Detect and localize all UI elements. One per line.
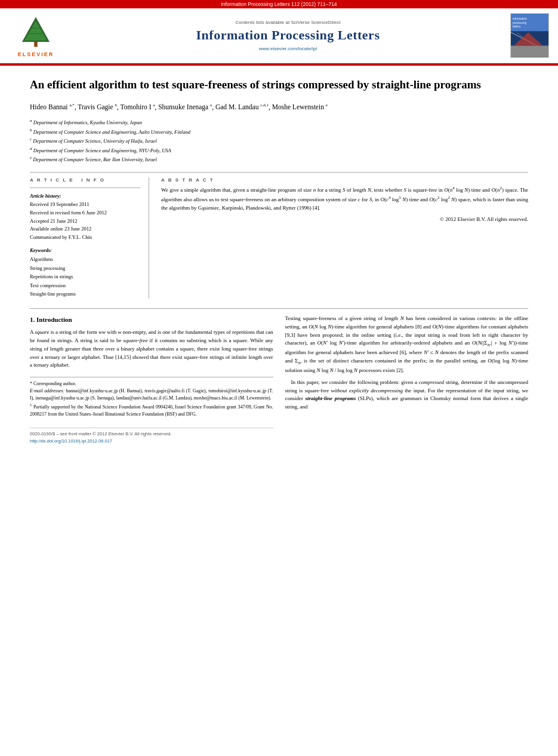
svg-text:information: information <box>513 17 527 20</box>
affiliation-e: e Department of Computer Science, Bar Il… <box>30 155 528 164</box>
journal-url: www.elsevier.com/locate/ipl <box>72 46 504 51</box>
corresponding-author-note: * Corresponding author. <box>30 380 273 388</box>
journal-cover: information processing letters <box>510 13 552 58</box>
abstract-copyright: © 2012 Elsevier B.V. All rights reserved… <box>161 216 528 222</box>
affiliation-b: b Department of Computer Science and Eng… <box>30 127 528 136</box>
info-divider <box>30 188 140 188</box>
svg-rect-12 <box>511 45 548 57</box>
article-info-label: A R T I C L E I N F O <box>30 177 140 183</box>
doi-link[interactable]: http://dx.doi.org/10.1016/j.ipl.2012.06.… <box>30 438 273 445</box>
article-history-content: Received 19 September 2011 Received in r… <box>30 201 140 241</box>
affiliation-d: d Department of Computer Science and Eng… <box>30 146 528 155</box>
bottom-bar: 0020-0190/$ – see front matter © 2012 El… <box>30 428 273 438</box>
divider <box>30 172 528 173</box>
keyword-3: Repetitions in strings <box>30 272 140 281</box>
svg-text:letters: letters <box>513 25 521 28</box>
intro-para-1: A square is a string of the form ww with… <box>30 328 273 370</box>
keywords-label: Keywords: <box>30 247 140 253</box>
keyword-5: Straight-line programs <box>30 290 140 298</box>
svg-marker-2 <box>25 21 47 40</box>
affiliation-a: a Department of Informatics, Kyushu Univ… <box>30 118 528 127</box>
footnote-1: 1 Partially supported by the National Sc… <box>30 402 273 418</box>
body-section: 1. Introduction A square is a string of … <box>30 315 528 445</box>
elsevier-wordmark: ELSEVIER <box>18 51 54 57</box>
paper-title: An efficient algorithm to test square-fr… <box>30 78 528 93</box>
revised-date: Received in revised form 6 June 2012 <box>30 209 140 217</box>
issn-text: 0020-0190/$ – see front matter © 2012 El… <box>30 431 171 438</box>
journal-main-title: Information Processing Letters <box>72 27 504 43</box>
top-bar: Information Processing Letters 112 (2012… <box>0 0 558 8</box>
article-history-label: Article history: <box>30 193 140 199</box>
keywords-list: Algorithms String processing Repetitions… <box>30 255 140 298</box>
keyword-4: Text compression <box>30 281 140 290</box>
journal-title-block: Contents lists available at SciVerse Sci… <box>66 20 510 51</box>
keyword-2: String processing <box>30 264 140 272</box>
email-addresses: E-mail addresses: bannai@inf.kyushu-u.ac… <box>30 388 273 402</box>
abstract-text: We give a simple algorithm that, given a… <box>161 185 528 213</box>
available-date: Available online 23 June 2012 <box>30 225 140 233</box>
abstract-col: A B S T R A C T We give a simple algorit… <box>161 177 528 298</box>
abstract-label: A B S T R A C T <box>161 177 528 183</box>
journal-citation: Information Processing Letters 112 (2012… <box>221 1 337 7</box>
article-info-col: A R T I C L E I N F O Article history: R… <box>30 177 149 298</box>
section1-heading: 1. Introduction <box>30 315 273 325</box>
elsevier-tree-icon <box>18 14 54 50</box>
svg-text:processing: processing <box>513 21 527 24</box>
body-col-right: Testing square-freeness of a given strin… <box>285 315 529 445</box>
communicated-by: Communicated by F.Y.L. Chin <box>30 233 140 242</box>
received-date: Received 19 September 2011 <box>30 201 140 209</box>
body-divider <box>30 308 528 309</box>
affiliations: a Department of Informatics, Kyushu Univ… <box>30 118 528 164</box>
sciverse-link: Contents lists available at SciVerse Sci… <box>72 20 504 25</box>
authors-line: Hideo Bannai a,*, Travis Gagie b, Tomohi… <box>30 101 528 113</box>
keyword-1: Algorithms <box>30 255 140 263</box>
right-para-1: Testing square-freeness of a given strin… <box>285 315 529 375</box>
elsevier-logo: ELSEVIER <box>6 14 66 57</box>
cover-decoration-icon: information processing letters <box>511 14 548 57</box>
right-para-2: In this paper, we consider the following… <box>285 379 529 412</box>
footnote-area: * Corresponding author. E-mail addresses… <box>30 377 273 418</box>
accepted-date: Accepted 21 June 2012 <box>30 217 140 226</box>
body-col-left: 1. Introduction A square is a string of … <box>30 315 273 445</box>
article-meta-section: A R T I C L E I N F O Article history: R… <box>30 177 528 298</box>
journal-header: Information Processing Letters 112 (2012… <box>0 0 558 66</box>
paper-content: An efficient algorithm to test square-fr… <box>0 66 558 456</box>
affiliation-c: c Department of Computer Science, Univer… <box>30 136 528 145</box>
cover-image: information processing letters <box>510 13 549 58</box>
